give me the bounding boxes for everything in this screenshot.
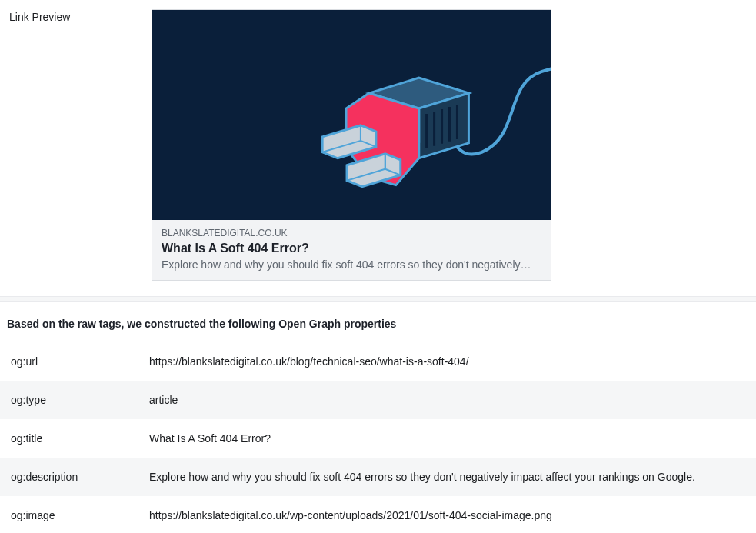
link-preview-meta: BLANKSLATEDIGITAL.CO.UK What Is A Soft 4… bbox=[152, 220, 551, 280]
open-graph-table: og:url https://blankslatedigital.co.uk/b… bbox=[0, 342, 756, 533]
table-row: og:url https://blankslatedigital.co.uk/b… bbox=[0, 342, 756, 381]
link-preview-card: BLANKSLATEDIGITAL.CO.UK What Is A Soft 4… bbox=[152, 9, 551, 281]
table-row: og:title What Is A Soft 404 Error? bbox=[0, 419, 756, 458]
link-preview-description: Explore how and why you should fix soft … bbox=[162, 258, 541, 271]
og-property-key: og:title bbox=[11, 432, 149, 445]
link-preview-domain: BLANKSLATEDIGITAL.CO.UK bbox=[162, 228, 541, 238]
og-property-key: og:type bbox=[11, 394, 149, 406]
table-row: og:image https://blankslatedigital.co.uk… bbox=[0, 496, 756, 533]
link-preview-section: Link Preview bbox=[0, 0, 756, 296]
table-row: og:type article bbox=[0, 381, 756, 419]
og-property-key: og:description bbox=[11, 471, 149, 483]
og-property-value: Explore how and why you should fix soft … bbox=[149, 471, 745, 483]
table-row: og:description Explore how and why you s… bbox=[0, 458, 756, 496]
og-property-value: What Is A Soft 404 Error? bbox=[149, 432, 745, 445]
section-divider bbox=[0, 296, 756, 302]
open-graph-heading: Based on the raw tags, we constructed th… bbox=[0, 318, 756, 342]
og-property-value: https://blankslatedigital.co.uk/blog/tec… bbox=[149, 355, 745, 368]
unplugged-cable-icon bbox=[152, 10, 551, 220]
og-property-value: https://blankslatedigital.co.uk/wp-conte… bbox=[149, 509, 745, 521]
link-preview-image bbox=[152, 10, 551, 220]
og-property-key: og:image bbox=[11, 509, 149, 521]
link-preview-label: Link Preview bbox=[9, 9, 152, 23]
og-property-value: article bbox=[149, 394, 745, 406]
open-graph-section: Based on the raw tags, we constructed th… bbox=[0, 302, 756, 533]
og-property-key: og:url bbox=[11, 355, 149, 368]
link-preview-title: What Is A Soft 404 Error? bbox=[162, 242, 541, 255]
